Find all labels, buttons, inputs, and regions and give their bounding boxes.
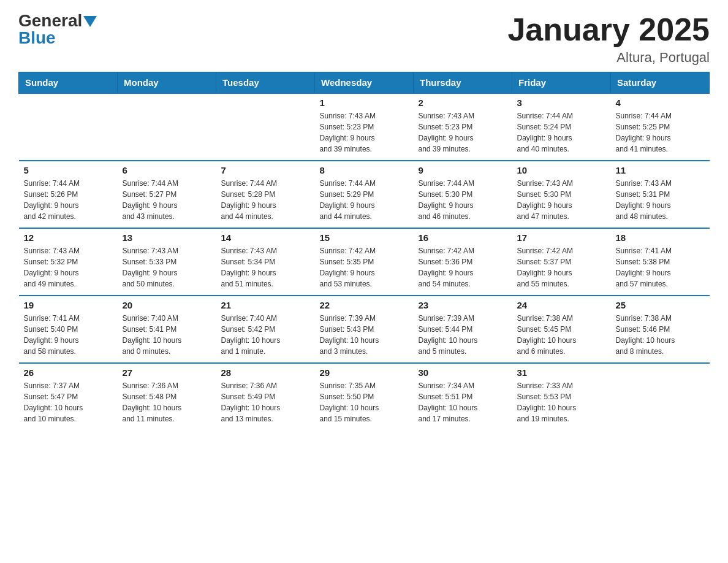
calendar-cell: 9Sunrise: 7:44 AM Sunset: 5:30 PM Daylig… <box>414 161 512 228</box>
logo-blue-text: Blue <box>18 29 56 47</box>
calendar-cell: 10Sunrise: 7:43 AM Sunset: 5:30 PM Dayli… <box>512 161 611 228</box>
calendar-title: January 2025 <box>507 12 710 47</box>
day-info: Sunrise: 7:37 AM Sunset: 5:47 PM Dayligh… <box>24 380 113 424</box>
header-cell-monday: Monday <box>118 72 216 94</box>
day-number: 31 <box>517 367 606 378</box>
day-number: 21 <box>221 300 310 310</box>
title-section: January 2025 Altura, Portugal <box>507 12 710 66</box>
day-info: Sunrise: 7:43 AM Sunset: 5:34 PM Dayligh… <box>221 245 310 289</box>
day-info: Sunrise: 7:43 AM Sunset: 5:32 PM Dayligh… <box>24 245 113 289</box>
calendar-cell: 17Sunrise: 7:42 AM Sunset: 5:37 PM Dayli… <box>512 228 611 296</box>
header-cell-sunday: Sunday <box>19 72 118 94</box>
day-number: 19 <box>24 300 113 310</box>
day-number: 26 <box>24 367 113 378</box>
day-number: 5 <box>24 165 113 175</box>
day-number: 25 <box>616 300 705 310</box>
calendar-body: 1Sunrise: 7:43 AM Sunset: 5:23 PM Daylig… <box>19 93 710 431</box>
day-info: Sunrise: 7:43 AM Sunset: 5:31 PM Dayligh… <box>616 178 705 222</box>
calendar-cell: 16Sunrise: 7:42 AM Sunset: 5:36 PM Dayli… <box>414 228 512 296</box>
day-info: Sunrise: 7:44 AM Sunset: 5:27 PM Dayligh… <box>123 178 211 222</box>
calendar-cell: 7Sunrise: 7:44 AM Sunset: 5:28 PM Daylig… <box>216 161 315 228</box>
calendar-cell: 2Sunrise: 7:43 AM Sunset: 5:23 PM Daylig… <box>414 93 512 161</box>
day-number: 22 <box>320 300 409 310</box>
day-info: Sunrise: 7:43 AM Sunset: 5:23 PM Dayligh… <box>419 110 507 155</box>
day-info: Sunrise: 7:41 AM Sunset: 5:38 PM Dayligh… <box>616 245 705 289</box>
day-info: Sunrise: 7:40 AM Sunset: 5:41 PM Dayligh… <box>123 313 211 357</box>
logo: General Blue <box>18 12 97 47</box>
calendar-cell: 19Sunrise: 7:41 AM Sunset: 5:40 PM Dayli… <box>19 296 118 363</box>
calendar-cell: 15Sunrise: 7:42 AM Sunset: 5:35 PM Dayli… <box>315 228 414 296</box>
calendar-cell: 12Sunrise: 7:43 AM Sunset: 5:32 PM Dayli… <box>19 228 118 296</box>
calendar-cell: 27Sunrise: 7:36 AM Sunset: 5:48 PM Dayli… <box>118 363 216 431</box>
day-info: Sunrise: 7:41 AM Sunset: 5:40 PM Dayligh… <box>24 313 113 357</box>
day-number: 15 <box>320 232 409 243</box>
day-info: Sunrise: 7:42 AM Sunset: 5:36 PM Dayligh… <box>419 245 507 289</box>
calendar-cell: 24Sunrise: 7:38 AM Sunset: 5:45 PM Dayli… <box>512 296 611 363</box>
day-info: Sunrise: 7:44 AM Sunset: 5:24 PM Dayligh… <box>517 110 606 155</box>
day-info: Sunrise: 7:36 AM Sunset: 5:48 PM Dayligh… <box>123 380 211 424</box>
day-number: 16 <box>419 232 507 243</box>
day-number: 30 <box>419 367 507 378</box>
header-cell-wednesday: Wednesday <box>315 72 414 94</box>
day-info: Sunrise: 7:35 AM Sunset: 5:50 PM Dayligh… <box>320 380 409 424</box>
day-number: 18 <box>616 232 705 243</box>
header-cell-saturday: Saturday <box>611 72 710 94</box>
day-number: 27 <box>123 367 211 378</box>
day-info: Sunrise: 7:44 AM Sunset: 5:28 PM Dayligh… <box>221 178 310 222</box>
calendar-cell <box>118 93 216 161</box>
day-number: 17 <box>517 232 606 243</box>
calendar-cell: 11Sunrise: 7:43 AM Sunset: 5:31 PM Dayli… <box>611 161 710 228</box>
calendar-cell: 4Sunrise: 7:44 AM Sunset: 5:25 PM Daylig… <box>611 93 710 161</box>
day-info: Sunrise: 7:44 AM Sunset: 5:25 PM Dayligh… <box>616 110 705 155</box>
day-number: 13 <box>123 232 211 243</box>
calendar-cell: 3Sunrise: 7:44 AM Sunset: 5:24 PM Daylig… <box>512 93 611 161</box>
calendar-cell: 28Sunrise: 7:36 AM Sunset: 5:49 PM Dayli… <box>216 363 315 431</box>
day-info: Sunrise: 7:38 AM Sunset: 5:45 PM Dayligh… <box>517 313 606 357</box>
calendar-cell <box>611 363 710 431</box>
calendar-cell: 22Sunrise: 7:39 AM Sunset: 5:43 PM Dayli… <box>315 296 414 363</box>
day-number: 23 <box>419 300 507 310</box>
calendar-cell: 13Sunrise: 7:43 AM Sunset: 5:33 PM Dayli… <box>118 228 216 296</box>
calendar-cell: 8Sunrise: 7:44 AM Sunset: 5:29 PM Daylig… <box>315 161 414 228</box>
day-number: 7 <box>221 165 310 175</box>
day-info: Sunrise: 7:34 AM Sunset: 5:51 PM Dayligh… <box>419 380 507 424</box>
calendar-cell: 23Sunrise: 7:39 AM Sunset: 5:44 PM Dayli… <box>414 296 512 363</box>
day-number: 29 <box>320 367 409 378</box>
calendar-cell: 30Sunrise: 7:34 AM Sunset: 5:51 PM Dayli… <box>414 363 512 431</box>
calendar-cell: 1Sunrise: 7:43 AM Sunset: 5:23 PM Daylig… <box>315 93 414 161</box>
day-info: Sunrise: 7:39 AM Sunset: 5:43 PM Dayligh… <box>320 313 409 357</box>
day-info: Sunrise: 7:33 AM Sunset: 5:53 PM Dayligh… <box>517 380 606 424</box>
header-cell-thursday: Thursday <box>414 72 512 94</box>
calendar-cell: 31Sunrise: 7:33 AM Sunset: 5:53 PM Dayli… <box>512 363 611 431</box>
header-cell-tuesday: Tuesday <box>216 72 315 94</box>
svg-marker-0 <box>83 16 97 27</box>
day-number: 1 <box>320 98 409 108</box>
day-number: 9 <box>419 165 507 175</box>
calendar-cell: 5Sunrise: 7:44 AM Sunset: 5:26 PM Daylig… <box>19 161 118 228</box>
logo-general-text: General <box>18 12 82 29</box>
day-info: Sunrise: 7:43 AM Sunset: 5:23 PM Dayligh… <box>320 110 409 155</box>
calendar-cell: 20Sunrise: 7:40 AM Sunset: 5:41 PM Dayli… <box>118 296 216 363</box>
day-info: Sunrise: 7:44 AM Sunset: 5:29 PM Dayligh… <box>320 178 409 222</box>
day-number: 2 <box>419 98 507 108</box>
week-row-1: 1Sunrise: 7:43 AM Sunset: 5:23 PM Daylig… <box>19 93 710 161</box>
week-row-4: 19Sunrise: 7:41 AM Sunset: 5:40 PM Dayli… <box>19 296 710 363</box>
day-info: Sunrise: 7:42 AM Sunset: 5:37 PM Dayligh… <box>517 245 606 289</box>
day-number: 24 <box>517 300 606 310</box>
header-row: SundayMondayTuesdayWednesdayThursdayFrid… <box>19 72 710 94</box>
calendar-table: SundayMondayTuesdayWednesdayThursdayFrid… <box>18 72 710 431</box>
day-info: Sunrise: 7:44 AM Sunset: 5:30 PM Dayligh… <box>419 178 507 222</box>
day-number: 12 <box>24 232 113 243</box>
calendar-cell: 18Sunrise: 7:41 AM Sunset: 5:38 PM Dayli… <box>611 228 710 296</box>
day-number: 6 <box>123 165 211 175</box>
page-header: General Blue January 2025 Altura, Portug… <box>18 12 710 66</box>
day-info: Sunrise: 7:43 AM Sunset: 5:30 PM Dayligh… <box>517 178 606 222</box>
day-number: 3 <box>517 98 606 108</box>
day-number: 14 <box>221 232 310 243</box>
day-info: Sunrise: 7:36 AM Sunset: 5:49 PM Dayligh… <box>221 380 310 424</box>
day-number: 20 <box>123 300 211 310</box>
day-info: Sunrise: 7:44 AM Sunset: 5:26 PM Dayligh… <box>24 178 113 222</box>
day-info: Sunrise: 7:40 AM Sunset: 5:42 PM Dayligh… <box>221 313 310 357</box>
day-info: Sunrise: 7:39 AM Sunset: 5:44 PM Dayligh… <box>419 313 507 357</box>
calendar-header: SundayMondayTuesdayWednesdayThursdayFrid… <box>19 72 710 94</box>
